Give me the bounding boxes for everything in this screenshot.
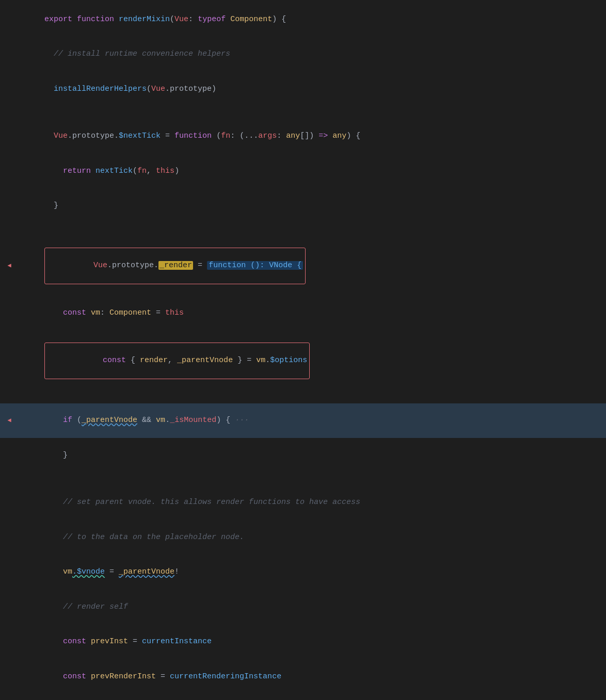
t5-11: : bbox=[277, 132, 286, 140]
token-proto3: .prototype) bbox=[165, 85, 216, 93]
t6-1 bbox=[44, 167, 63, 175]
t13-3: ( bbox=[77, 416, 82, 425]
t11-1 bbox=[84, 356, 103, 365]
code-line-7: } bbox=[0, 189, 606, 224]
t5-12: any bbox=[286, 132, 300, 140]
code-line-13: ◀ if (_parentVnode && vm._isMounted) { ·… bbox=[0, 403, 606, 438]
t13-10: ··· bbox=[235, 416, 249, 425]
token-indent3 bbox=[44, 85, 54, 93]
code-line-18: vm.$vnode = _parentVnode! bbox=[0, 555, 606, 590]
token-paren3: ( bbox=[147, 85, 151, 93]
t10-5: Component bbox=[109, 308, 151, 317]
t17-1: // to the data on the placeholder node. bbox=[44, 533, 244, 542]
code-line-5: Vue.prototype.$nextTick = function (fn: … bbox=[0, 119, 606, 154]
line-content-2: // install runtime convenience helpers bbox=[14, 37, 606, 72]
code-line-1: export function renderMixin(Vue: typeof … bbox=[0, 2, 606, 37]
line-content-22: let vnode bbox=[14, 694, 606, 701]
t20-2: const bbox=[63, 637, 91, 646]
t10-6: = bbox=[151, 308, 165, 317]
token-colon: : bbox=[188, 15, 198, 24]
t13-7: . bbox=[165, 416, 170, 425]
token-export: export bbox=[44, 15, 77, 24]
t9-fnhighlight: function (): VNode { bbox=[207, 261, 303, 270]
t9-3: .prototype. bbox=[107, 261, 158, 270]
t6-5: fn bbox=[137, 167, 147, 175]
t6-4: ( bbox=[133, 167, 137, 175]
t11-7: } = bbox=[233, 356, 256, 365]
t5-17: ) { bbox=[346, 132, 360, 140]
t5-4: $nextTick bbox=[119, 132, 161, 140]
t14-1: } bbox=[44, 451, 68, 460]
t13-6: vm bbox=[156, 416, 165, 425]
code-line-17: // to the data on the placeholder node. bbox=[0, 520, 606, 555]
code-line-3: installRenderHelpers(Vue.prototype) bbox=[0, 72, 606, 107]
t11-9: . bbox=[265, 356, 270, 365]
line-content-20: const prevInst = currentInstance bbox=[14, 625, 606, 660]
t9-1 bbox=[84, 261, 93, 270]
token-comment-2: // install runtime convenience helpers bbox=[44, 50, 230, 58]
t21-3: prevRenderInst bbox=[91, 672, 156, 681]
t21-1 bbox=[44, 672, 63, 681]
t5-9: : (... bbox=[230, 132, 258, 140]
line-content-10: const vm: Component = this bbox=[14, 296, 606, 331]
token-installRenderHelpers: installRenderHelpers bbox=[54, 85, 147, 93]
token-function-kw: function bbox=[77, 15, 119, 24]
token-renderMixin: renderMixin bbox=[119, 15, 170, 24]
t9-4: = bbox=[193, 261, 207, 270]
t6-7: this bbox=[156, 167, 174, 175]
code-line-14: } bbox=[0, 438, 606, 473]
line-content-13: if (_parentVnode && vm._isMounted) { ··· bbox=[14, 403, 606, 438]
t7-1: } bbox=[44, 201, 58, 210]
t5-10: args bbox=[258, 132, 277, 140]
token-typeof: typeof bbox=[198, 15, 230, 24]
token-close: ) { bbox=[272, 15, 286, 24]
code-line-19: // render self bbox=[0, 590, 606, 625]
t5-7: ( bbox=[216, 132, 221, 140]
line-content-18: vm.$vnode = _parentVnode! bbox=[14, 555, 606, 590]
code-editor: export function renderMixin(Vue: typeof … bbox=[0, 0, 606, 700]
t13-5: && bbox=[137, 416, 156, 425]
line-content-17: // to the data on the placeholder node. bbox=[14, 520, 606, 555]
t11-4: render bbox=[140, 356, 168, 365]
t21-2: const bbox=[63, 672, 91, 681]
code-line-8 bbox=[0, 223, 606, 236]
t10-1 bbox=[44, 308, 63, 317]
line-content-9: Vue.prototype._render = function (): VNo… bbox=[14, 236, 606, 296]
t21-5: currentRenderingInstance bbox=[170, 672, 281, 681]
t5-5: = bbox=[161, 132, 174, 140]
t11-10: $options bbox=[270, 356, 307, 365]
code-line-21: const prevRenderInst = currentRenderingI… bbox=[0, 659, 606, 694]
t5-3: .prototype. bbox=[68, 132, 119, 140]
t11-6: _parentVnode bbox=[177, 356, 233, 365]
t11-8: vm bbox=[256, 356, 265, 365]
line-content-1: export function renderMixin(Vue: typeof … bbox=[14, 2, 606, 37]
code-line-6: return nextTick(fn, this) bbox=[0, 154, 606, 189]
t11-2: const bbox=[103, 356, 131, 365]
code-line-10: const vm: Component = this bbox=[0, 296, 606, 331]
line-content-5: Vue.prototype.$nextTick = function (fn: … bbox=[14, 119, 606, 154]
t16-1: // set parent vnode. this allows render … bbox=[44, 498, 360, 507]
t6-8: ) bbox=[174, 167, 179, 175]
t18-1 bbox=[44, 567, 63, 576]
t18-2: vm bbox=[63, 567, 72, 576]
t21-4: = bbox=[156, 672, 170, 681]
t13-9: ) { bbox=[216, 416, 235, 425]
t11-3: { bbox=[131, 356, 140, 365]
t19-1: // render self bbox=[44, 603, 128, 611]
t20-4: = bbox=[128, 637, 142, 646]
t20-3: prevInst bbox=[91, 637, 128, 646]
t5-1 bbox=[44, 132, 54, 140]
t5-15 bbox=[328, 132, 332, 140]
gutter-9: ◀ bbox=[4, 261, 14, 270]
line-content-6: return nextTick(fn, this) bbox=[14, 154, 606, 189]
line-content-3: installRenderHelpers(Vue.prototype) bbox=[14, 72, 606, 107]
t9-highlight: _render bbox=[158, 261, 193, 270]
code-line-16: // set parent vnode. this allows render … bbox=[0, 485, 606, 520]
line-content-7: } bbox=[14, 189, 606, 224]
t6-2: return bbox=[63, 167, 95, 175]
t18-3: .$vnode bbox=[72, 567, 105, 576]
token-component-type: Component bbox=[230, 15, 272, 24]
token-paren: ( bbox=[170, 15, 174, 24]
t5-6: function bbox=[174, 132, 216, 140]
t5-13: []) bbox=[300, 132, 318, 140]
